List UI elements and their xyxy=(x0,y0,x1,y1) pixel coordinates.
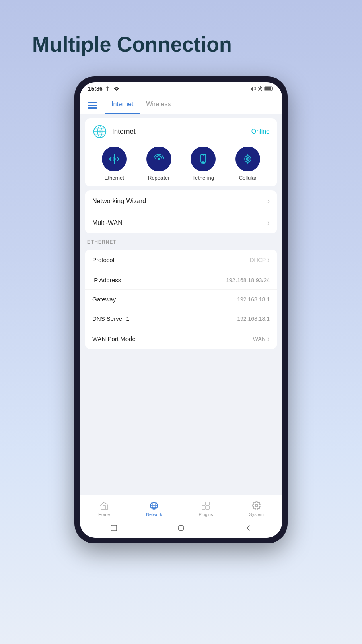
online-status: Online xyxy=(251,128,270,135)
recent-apps-button[interactable] xyxy=(110,524,118,532)
repeater-icon xyxy=(152,153,165,165)
internet-card: Internet Online Ethernet xyxy=(85,118,277,186)
system-icon xyxy=(252,501,261,510)
tethering-icon xyxy=(197,153,210,165)
internet-label: Internet xyxy=(112,128,136,136)
ethernet-icon xyxy=(108,153,121,165)
plugins-icon xyxy=(201,501,210,510)
cellular-icon xyxy=(241,153,254,165)
wan-port-chevron: › xyxy=(267,334,270,343)
signal-up-icon xyxy=(105,86,111,91)
android-nav xyxy=(80,520,282,538)
tab-internet[interactable]: Internet xyxy=(105,97,140,114)
protocol-row[interactable]: Protocol DHCP › xyxy=(85,250,277,270)
globe-icon xyxy=(92,124,107,139)
ethernet-button[interactable]: Ethernet xyxy=(102,147,127,181)
dns-server-1-value: 192.168.18.1 xyxy=(237,316,270,322)
back-button[interactable] xyxy=(244,524,252,532)
protocol-chevron: › xyxy=(267,256,270,264)
volume-icon xyxy=(250,86,256,91)
tab-wireless[interactable]: Wireless xyxy=(140,97,177,114)
ethernet-section-title: ETHERNET xyxy=(85,237,277,246)
nav-plugins-label: Plugins xyxy=(198,512,213,517)
gateway-row[interactable]: Gateway 192.168.18.1 xyxy=(85,290,277,309)
menu-button[interactable] xyxy=(88,102,97,109)
home-icon xyxy=(99,501,109,510)
phone-screen: 15:36 xyxy=(80,82,282,538)
internet-header: Internet Online xyxy=(92,124,270,139)
tethering-button[interactable]: Tethering xyxy=(191,147,216,181)
nav-system[interactable]: System xyxy=(243,499,270,518)
svg-rect-11 xyxy=(202,502,205,505)
tethering-label: Tethering xyxy=(193,175,214,181)
battery-icon xyxy=(264,86,274,91)
network-icon xyxy=(149,500,159,511)
svg-rect-16 xyxy=(111,525,117,531)
nav-home[interactable]: Home xyxy=(92,499,116,518)
dns-server-1-row[interactable]: DNS Server 1 192.168.18.1 xyxy=(85,309,277,328)
svg-point-9 xyxy=(247,158,249,160)
scroll-content: Internet Online Ethernet xyxy=(80,114,282,495)
svg-rect-14 xyxy=(206,506,209,509)
protocol-value: DHCP xyxy=(250,257,266,263)
chevron-icon: › xyxy=(267,197,270,205)
status-bar: 15:36 xyxy=(80,82,282,93)
svg-rect-12 xyxy=(206,502,209,505)
ethernet-label: Ethernet xyxy=(105,175,124,181)
nav-network[interactable]: Network xyxy=(140,499,169,518)
svg-point-15 xyxy=(255,504,258,507)
nav-plugins[interactable]: Plugins xyxy=(192,499,219,518)
wan-port-mode-value: WAN xyxy=(253,336,266,342)
svg-point-5 xyxy=(158,158,160,160)
repeater-button[interactable]: Repeater xyxy=(146,147,171,181)
gateway-value: 192.168.18.1 xyxy=(237,296,270,303)
cellular-button[interactable]: Cellular xyxy=(235,147,260,181)
svg-point-3 xyxy=(98,130,101,133)
ethernet-info-card: Protocol DHCP › IP Address 192.168.18.93… xyxy=(85,250,277,349)
svg-rect-13 xyxy=(202,506,205,509)
tabs: Internet Wireless xyxy=(105,97,177,114)
chevron-icon: › xyxy=(267,219,270,227)
networking-wizard-row[interactable]: Networking Wizard › xyxy=(85,190,277,212)
home-button[interactable] xyxy=(177,524,185,532)
connection-grid: Ethernet Repeater xyxy=(92,147,270,181)
ip-address-value: 192.168.18.93/24 xyxy=(226,277,270,283)
nav-home-label: Home xyxy=(98,512,110,517)
menu-card: Networking Wizard › Multi-WAN › xyxy=(85,190,277,233)
status-time: 15:36 xyxy=(88,85,103,92)
cellular-label: Cellular xyxy=(239,175,257,181)
wan-port-mode-row[interactable]: WAN Port Mode WAN › xyxy=(85,328,277,349)
repeater-label: Repeater xyxy=(148,175,169,181)
svg-point-17 xyxy=(178,525,184,531)
svg-rect-1 xyxy=(265,87,271,90)
multi-wan-row[interactable]: Multi-WAN › xyxy=(85,212,277,233)
phone-frame: 15:36 xyxy=(74,76,288,543)
ip-address-row[interactable]: IP Address 192.168.18.93/24 xyxy=(85,270,277,290)
page-title: Multiple Connection xyxy=(0,32,232,56)
wifi-icon xyxy=(113,86,120,91)
top-bar: Internet Wireless xyxy=(80,93,282,114)
nav-system-label: System xyxy=(249,512,264,517)
bluetooth-icon xyxy=(258,86,262,91)
bottom-nav: Home Network xyxy=(80,495,282,520)
nav-network-label: Network xyxy=(146,512,162,517)
